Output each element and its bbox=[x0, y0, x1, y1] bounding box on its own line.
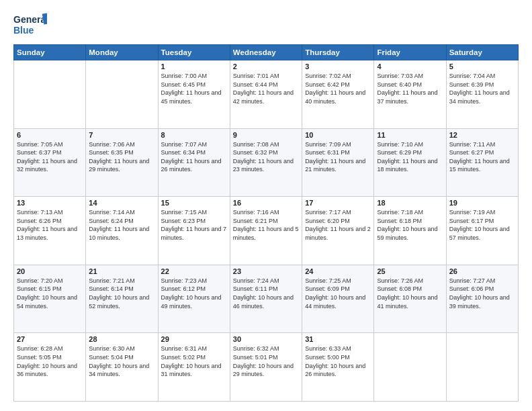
day-number: 23 bbox=[233, 267, 299, 275]
calendar-cell bbox=[86, 60, 158, 129]
day-info: Sunrise: 6:32 AM Sunset: 5:01 PM Dayligh… bbox=[233, 345, 299, 378]
weekday-header-tuesday: Tuesday bbox=[158, 45, 230, 60]
day-number: 27 bbox=[17, 335, 83, 343]
calendar-cell: 25Sunrise: 7:26 AM Sunset: 6:08 PM Dayli… bbox=[374, 265, 446, 333]
weekday-header-row: SundayMondayTuesdayWednesdayThursdayFrid… bbox=[14, 45, 519, 60]
day-info: Sunrise: 7:05 AM Sunset: 6:37 PM Dayligh… bbox=[17, 140, 83, 174]
day-number: 1 bbox=[161, 62, 227, 71]
weekday-header-sunday: Sunday bbox=[14, 45, 86, 60]
day-number: 26 bbox=[449, 267, 515, 275]
day-number: 18 bbox=[377, 199, 443, 207]
day-number: 20 bbox=[17, 267, 83, 275]
day-info: Sunrise: 7:19 AM Sunset: 6:17 PM Dayligh… bbox=[449, 208, 515, 242]
day-number: 4 bbox=[377, 62, 443, 71]
calendar-cell: 20Sunrise: 7:20 AM Sunset: 6:15 PM Dayli… bbox=[14, 265, 86, 333]
calendar-cell: 16Sunrise: 7:16 AM Sunset: 6:21 PM Dayli… bbox=[230, 197, 302, 265]
day-info: Sunrise: 7:27 AM Sunset: 6:06 PM Dayligh… bbox=[449, 277, 515, 310]
day-info: Sunrise: 7:11 AM Sunset: 6:27 PM Dayligh… bbox=[449, 140, 515, 174]
calendar-cell: 6Sunrise: 7:05 AM Sunset: 6:37 PM Daylig… bbox=[14, 128, 86, 197]
day-info: Sunrise: 6:28 AM Sunset: 5:05 PM Dayligh… bbox=[17, 345, 83, 378]
day-number: 2 bbox=[233, 62, 299, 71]
calendar-cell: 12Sunrise: 7:11 AM Sunset: 6:27 PM Dayli… bbox=[446, 128, 518, 197]
calendar-cell bbox=[14, 60, 86, 129]
calendar-cell: 4Sunrise: 7:03 AM Sunset: 6:40 PM Daylig… bbox=[374, 60, 446, 129]
calendar-cell: 30Sunrise: 6:32 AM Sunset: 5:01 PM Dayli… bbox=[230, 333, 302, 402]
logo-svg: General Blue bbox=[13, 12, 47, 38]
page: General Blue SundayMondayTuesdayWednesda… bbox=[0, 0, 532, 411]
day-number: 16 bbox=[233, 199, 299, 207]
day-number: 7 bbox=[89, 131, 154, 139]
calendar-cell bbox=[374, 333, 446, 402]
day-info: Sunrise: 7:14 AM Sunset: 6:24 PM Dayligh… bbox=[89, 208, 154, 242]
day-number: 17 bbox=[305, 199, 371, 207]
calendar-row-2: 13Sunrise: 7:13 AM Sunset: 6:26 PM Dayli… bbox=[14, 197, 519, 265]
day-number: 29 bbox=[161, 335, 227, 343]
calendar-cell: 21Sunrise: 7:21 AM Sunset: 6:14 PM Dayli… bbox=[86, 265, 158, 333]
day-info: Sunrise: 6:30 AM Sunset: 5:04 PM Dayligh… bbox=[89, 345, 154, 378]
calendar-cell: 10Sunrise: 7:09 AM Sunset: 6:31 PM Dayli… bbox=[302, 128, 374, 197]
day-info: Sunrise: 7:21 AM Sunset: 6:14 PM Dayligh… bbox=[89, 277, 154, 310]
calendar-row-0: 1Sunrise: 7:00 AM Sunset: 6:45 PM Daylig… bbox=[14, 60, 519, 129]
calendar-cell: 13Sunrise: 7:13 AM Sunset: 6:26 PM Dayli… bbox=[14, 197, 86, 265]
day-number: 25 bbox=[377, 267, 443, 275]
calendar-cell: 31Sunrise: 6:33 AM Sunset: 5:00 PM Dayli… bbox=[302, 333, 374, 402]
svg-text:General: General bbox=[13, 14, 47, 25]
calendar-cell: 29Sunrise: 6:31 AM Sunset: 5:02 PM Dayli… bbox=[158, 333, 230, 402]
day-info: Sunrise: 6:33 AM Sunset: 5:00 PM Dayligh… bbox=[305, 345, 371, 378]
day-number: 13 bbox=[17, 199, 83, 207]
day-info: Sunrise: 7:06 AM Sunset: 6:35 PM Dayligh… bbox=[89, 140, 154, 174]
header: General Blue bbox=[13, 12, 519, 38]
calendar-cell: 14Sunrise: 7:14 AM Sunset: 6:24 PM Dayli… bbox=[86, 197, 158, 265]
calendar-row-4: 27Sunrise: 6:28 AM Sunset: 5:05 PM Dayli… bbox=[14, 333, 519, 402]
day-info: Sunrise: 7:24 AM Sunset: 6:11 PM Dayligh… bbox=[233, 277, 299, 310]
weekday-header-saturday: Saturday bbox=[446, 45, 518, 60]
day-number: 31 bbox=[305, 335, 371, 343]
calendar-cell: 7Sunrise: 7:06 AM Sunset: 6:35 PM Daylig… bbox=[86, 128, 158, 197]
day-number: 3 bbox=[305, 62, 371, 71]
calendar-cell: 28Sunrise: 6:30 AM Sunset: 5:04 PM Dayli… bbox=[86, 333, 158, 402]
day-info: Sunrise: 7:15 AM Sunset: 6:23 PM Dayligh… bbox=[161, 208, 227, 242]
calendar-cell: 26Sunrise: 7:27 AM Sunset: 6:06 PM Dayli… bbox=[446, 265, 518, 333]
day-info: Sunrise: 7:20 AM Sunset: 6:15 PM Dayligh… bbox=[17, 277, 83, 310]
day-info: Sunrise: 7:16 AM Sunset: 6:21 PM Dayligh… bbox=[233, 208, 299, 242]
calendar-row-3: 20Sunrise: 7:20 AM Sunset: 6:15 PM Dayli… bbox=[14, 265, 519, 333]
day-info: Sunrise: 7:09 AM Sunset: 6:31 PM Dayligh… bbox=[305, 140, 371, 174]
day-info: Sunrise: 7:26 AM Sunset: 6:08 PM Dayligh… bbox=[377, 277, 443, 310]
day-info: Sunrise: 7:17 AM Sunset: 6:20 PM Dayligh… bbox=[305, 208, 371, 242]
day-number: 15 bbox=[161, 199, 227, 207]
day-number: 8 bbox=[161, 131, 227, 139]
calendar-cell: 3Sunrise: 7:02 AM Sunset: 6:42 PM Daylig… bbox=[302, 60, 374, 129]
day-number: 11 bbox=[377, 131, 443, 139]
day-info: Sunrise: 7:01 AM Sunset: 6:44 PM Dayligh… bbox=[233, 72, 299, 105]
calendar-cell: 9Sunrise: 7:08 AM Sunset: 6:32 PM Daylig… bbox=[230, 128, 302, 197]
day-info: Sunrise: 7:10 AM Sunset: 6:29 PM Dayligh… bbox=[377, 140, 443, 174]
day-info: Sunrise: 7:23 AM Sunset: 6:12 PM Dayligh… bbox=[161, 277, 227, 310]
calendar-cell: 2Sunrise: 7:01 AM Sunset: 6:44 PM Daylig… bbox=[230, 60, 302, 129]
svg-text:Blue: Blue bbox=[13, 25, 34, 36]
day-number: 28 bbox=[89, 335, 154, 343]
day-info: Sunrise: 7:02 AM Sunset: 6:42 PM Dayligh… bbox=[305, 72, 371, 105]
day-number: 5 bbox=[449, 62, 515, 71]
day-number: 30 bbox=[233, 335, 299, 343]
calendar-cell: 23Sunrise: 7:24 AM Sunset: 6:11 PM Dayli… bbox=[230, 265, 302, 333]
day-info: Sunrise: 7:25 AM Sunset: 6:09 PM Dayligh… bbox=[305, 277, 371, 310]
calendar-cell: 11Sunrise: 7:10 AM Sunset: 6:29 PM Dayli… bbox=[374, 128, 446, 197]
day-number: 9 bbox=[233, 131, 299, 139]
calendar-cell: 22Sunrise: 7:23 AM Sunset: 6:12 PM Dayli… bbox=[158, 265, 230, 333]
calendar-cell: 24Sunrise: 7:25 AM Sunset: 6:09 PM Dayli… bbox=[302, 265, 374, 333]
day-info: Sunrise: 7:08 AM Sunset: 6:32 PM Dayligh… bbox=[233, 140, 299, 174]
day-number: 19 bbox=[449, 199, 515, 207]
day-number: 24 bbox=[305, 267, 371, 275]
calendar-cell: 27Sunrise: 6:28 AM Sunset: 5:05 PM Dayli… bbox=[14, 333, 86, 402]
calendar-row-1: 6Sunrise: 7:05 AM Sunset: 6:37 PM Daylig… bbox=[14, 128, 519, 197]
weekday-header-wednesday: Wednesday bbox=[230, 45, 302, 60]
day-number: 21 bbox=[89, 267, 154, 275]
calendar-cell: 18Sunrise: 7:18 AM Sunset: 6:18 PM Dayli… bbox=[374, 197, 446, 265]
calendar-cell: 5Sunrise: 7:04 AM Sunset: 6:39 PM Daylig… bbox=[446, 60, 518, 129]
day-info: Sunrise: 6:31 AM Sunset: 5:02 PM Dayligh… bbox=[161, 345, 227, 378]
day-number: 22 bbox=[161, 267, 227, 275]
weekday-header-friday: Friday bbox=[374, 45, 446, 60]
day-number: 12 bbox=[449, 131, 515, 139]
day-number: 14 bbox=[89, 199, 154, 207]
day-info: Sunrise: 7:00 AM Sunset: 6:45 PM Dayligh… bbox=[161, 72, 227, 105]
